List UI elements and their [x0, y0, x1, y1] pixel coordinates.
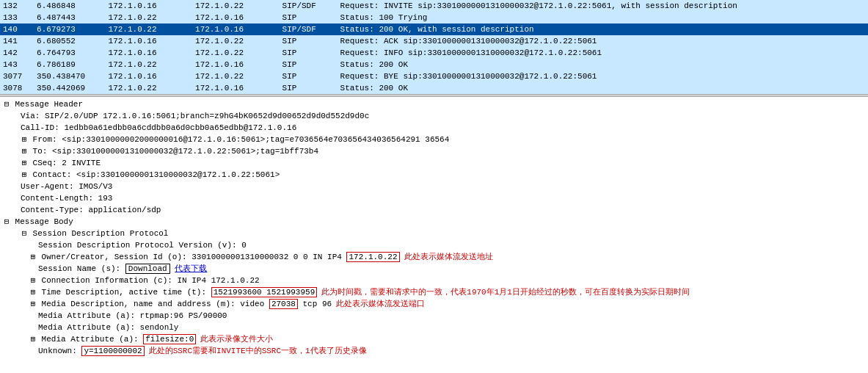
- packet-cell: 6.679273: [34, 23, 105, 35]
- packet-cell: 172.1.0.16: [106, 47, 193, 59]
- packet-info-cell: Status: 100 Trying: [338, 12, 868, 23]
- media-attr1-row: Media Attribute (a): rtpmap:96 PS/90000: [3, 310, 865, 322]
- connection-row[interactable]: ⊞ Connection Information (c): IN IP4 172…: [3, 275, 865, 286]
- packet-cell: 133: [0, 12, 34, 23]
- session-name-row: Session Name (s): Download 代表下载: [3, 263, 865, 275]
- message-header-row[interactable]: ⊟ Message Header: [3, 98, 865, 110]
- header-expand-icon[interactable]: ⊟: [3, 98, 10, 110]
- owner-prefix-text: Owner/Creator, Session Id (o): 330100000…: [42, 253, 347, 261]
- cseq-text: CSeq: 2 INVITE: [33, 159, 101, 167]
- contact-text: Contact: <sip:33010000001310000032@172.1…: [33, 170, 280, 179]
- time-prefix-text: Time Description, active time (t):: [42, 288, 211, 297]
- packet-cell: 141: [0, 35, 34, 47]
- table-row[interactable]: 1326.486848172.1.0.16172.1.0.22SIP/SDFRe…: [0, 0, 868, 12]
- table-row[interactable]: 1426.764793172.1.0.16172.1.0.22SIPReques…: [0, 47, 868, 59]
- packet-info-cell: Status: 200 OK: [338, 59, 868, 70]
- unknown-row: Unknown: y=1100000002此处的SSRC需要和INVITE中的S…: [3, 345, 865, 357]
- table-row[interactable]: 3077350.438470172.1.0.16172.1.0.22SIPReq…: [0, 70, 868, 82]
- sdp-expand-icon[interactable]: ⊟: [21, 228, 28, 239]
- media-desc-row[interactable]: ⊞ Media Description, name and address (m…: [3, 298, 865, 310]
- table-row[interactable]: 1406.679273172.1.0.22172.1.0.16SIP/SDFSt…: [0, 23, 868, 35]
- cseq-expand-icon[interactable]: ⊞: [21, 157, 28, 169]
- packet-cell: 6.486848: [34, 0, 105, 12]
- unknown-prefix-text: Unknown:: [38, 347, 81, 355]
- callid-row: Call-ID: 1edbb0a61edbb0a6cddbb0a6d0cbb0a…: [3, 122, 865, 134]
- session-name-prefix: Session Name (s):: [38, 264, 125, 273]
- time-expand-icon[interactable]: ⊞: [29, 286, 37, 298]
- packet-cell: SIP: [280, 59, 338, 70]
- packet-cell: 6.680552: [34, 35, 105, 47]
- to-expand-icon[interactable]: ⊞: [21, 145, 28, 157]
- packet-cell: 172.1.0.22: [106, 23, 193, 35]
- media-attr3-expand-icon[interactable]: ⊞: [29, 333, 37, 345]
- media-attr3-value-box: filesize:0: [143, 334, 196, 344]
- packet-cell: SIP: [280, 70, 338, 82]
- packet-cell: 172.1.0.16: [106, 35, 193, 47]
- sdp-version-text: Session Description Protocol Version (v)…: [38, 241, 247, 250]
- time-value-box: 1521993600 1521993959: [211, 287, 318, 297]
- contact-row[interactable]: ⊞ Contact: <sip:33010000001310000032@172…: [3, 169, 865, 181]
- packet-cell: 3077: [0, 70, 34, 82]
- packet-info-cell: Request: BYE sip:33010000001310000032@17…: [338, 70, 868, 82]
- packet-cell: 172.1.0.16: [106, 70, 193, 82]
- packet-cell: 132: [0, 0, 34, 12]
- to-text: To: <sip:33010000001310000032@172.1.0.22…: [33, 147, 318, 156]
- owner-row[interactable]: ⊞ Owner/Creator, Session Id (o): 3301000…: [3, 251, 865, 263]
- packet-cell: SIP: [280, 47, 338, 59]
- packet-cell: 172.1.0.22: [192, 47, 280, 59]
- media-attr3-prefix: Media Attribute (a):: [42, 335, 144, 344]
- packet-cell: SIP/SDF: [280, 23, 338, 35]
- media-attr2-row: Media Attribute (a): sendonly: [3, 322, 865, 333]
- media-attr1-text: Media Attribute (a): rtpmap:96 PS/90000: [38, 311, 227, 320]
- packet-cell: 6.487443: [34, 12, 105, 23]
- table-row[interactable]: 1416.680552172.1.0.16172.1.0.22SIPReques…: [0, 35, 868, 47]
- packet-cell: 172.1.0.22: [192, 0, 280, 12]
- packet-cell: 3078: [0, 82, 34, 94]
- from-expand-icon[interactable]: ⊞: [21, 134, 28, 145]
- media-attr2-text: Media Attribute (a): sendonly: [38, 323, 178, 332]
- packet-cell: SIP/SDF: [280, 0, 338, 12]
- contenttype-text: Content-Type: application/sdp: [21, 206, 161, 214]
- time-row[interactable]: ⊞ Time Description, active time (t): 152…: [3, 286, 865, 298]
- from-row[interactable]: ⊞ From: <sip:33010000002000000016@172.1.…: [3, 134, 865, 145]
- connection-text: Connection Information (c): IN IP4 172.1…: [42, 276, 260, 285]
- media-desc-text: Media Description, name and address (m):…: [42, 300, 269, 308]
- table-row[interactable]: 3078350.442069172.1.0.22172.1.0.16SIPSta…: [0, 82, 868, 94]
- packet-cell: 172.1.0.16: [106, 0, 193, 12]
- packet-cell: 6.764793: [34, 47, 105, 59]
- packet-cell: 140: [0, 23, 34, 35]
- media-desc-expand-icon[interactable]: ⊞: [29, 298, 37, 310]
- packet-cell: 142: [0, 47, 34, 59]
- packet-cell: 6.786189: [34, 59, 105, 70]
- detail-panel: ⊟ Message Header Via: SIP/2.0/UDP 172.1.…: [0, 97, 868, 358]
- owner-expand-icon[interactable]: ⊞: [29, 251, 37, 263]
- packet-table: 1326.486848172.1.0.16172.1.0.22SIP/SDFRe…: [0, 0, 868, 94]
- packet-cell: SIP: [280, 35, 338, 47]
- contact-expand-icon[interactable]: ⊞: [21, 169, 28, 181]
- via-row: Via: SIP/2.0/UDP 172.1.0.16:5061;branch=…: [3, 110, 865, 122]
- message-body-row[interactable]: ⊟ Message Body: [3, 216, 865, 228]
- packet-info-cell: Status: 200 OK, with session description: [338, 23, 868, 35]
- to-row[interactable]: ⊞ To: <sip:33010000001310000032@172.1.0.…: [3, 145, 865, 157]
- connection-expand-icon[interactable]: ⊞: [29, 275, 37, 286]
- time-annotation: 此为时间戳，需要和请求中的一致，代表1970年1月1日开始经过的秒数，可在百度转…: [321, 288, 690, 297]
- packet-cell: 172.1.0.16: [192, 59, 280, 70]
- packet-cell: 172.1.0.22: [106, 12, 193, 23]
- media-port-box: 27038: [269, 299, 298, 309]
- table-row[interactable]: 1336.487443172.1.0.22172.1.0.16SIPStatus…: [0, 12, 868, 23]
- packet-cell: 350.442069: [34, 82, 105, 94]
- packet-cell: 350.438470: [34, 70, 105, 82]
- session-name-chinese: 代表下载: [175, 264, 207, 273]
- media-annotation: 此处表示媒体流发送端口: [336, 300, 425, 308]
- owner-annotation: 此处表示媒体流发送地址: [404, 253, 493, 261]
- sdp-row[interactable]: ⊟ Session Description Protocol: [3, 228, 865, 239]
- media-attr3-row[interactable]: ⊞ Media Attribute (a): filesize:0此表示录像文件…: [3, 333, 865, 345]
- via-text: Via: SIP/2.0/UDP 172.1.0.16:5061;branch=…: [21, 112, 369, 120]
- packet-cell: SIP: [280, 12, 338, 23]
- message-body-label: Message Body: [15, 217, 73, 226]
- packet-cell: 143: [0, 59, 34, 70]
- table-row[interactable]: 1436.786189172.1.0.22172.1.0.16SIPStatus…: [0, 59, 868, 70]
- cseq-row[interactable]: ⊞ CSeq: 2 INVITE: [3, 157, 865, 169]
- body-expand-icon[interactable]: ⊟: [3, 216, 10, 228]
- media-rest-text: tcp 96: [298, 300, 332, 308]
